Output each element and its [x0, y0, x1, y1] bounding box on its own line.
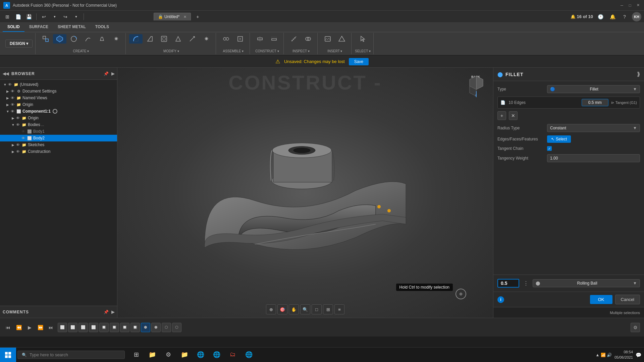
sweep-btn[interactable]	[81, 34, 95, 44]
chamfer-btn[interactable]	[143, 34, 157, 44]
draft-btn[interactable]	[171, 34, 185, 44]
rigid-group-btn[interactable]	[233, 34, 247, 44]
loft-btn[interactable]	[95, 34, 109, 44]
file-tab[interactable]: 🔒 Untitled* ✕	[154, 13, 191, 20]
tangent-chain-checkbox-container[interactable]: ✓	[547, 146, 552, 151]
remove-edge-button[interactable]: ✕	[509, 111, 518, 120]
tree-item-sketches[interactable]: ▶ 👁 📁 Sketches	[0, 141, 117, 148]
view-cube-btn[interactable]: □	[312, 304, 322, 314]
expand-icon-component1[interactable]: ▼	[5, 109, 10, 114]
tree-item-named-views[interactable]: ▶ 👁 📁 Named Views	[0, 95, 117, 101]
viewport[interactable]: CONSTRUCT -	[117, 68, 493, 318]
explorer-button[interactable]: 📁	[145, 348, 160, 362]
modify-label[interactable]: MODIFY ▾	[163, 49, 179, 53]
maximize-button[interactable]: □	[627, 3, 633, 8]
add-edge-button[interactable]: +	[497, 111, 506, 120]
visibility-origin-root[interactable]: 👁	[11, 103, 14, 107]
compass-icon[interactable]: ⊕	[455, 289, 466, 299]
user-avatar[interactable]: KH	[632, 12, 641, 21]
timeline-item-7[interactable]: 🔲	[130, 323, 140, 332]
joint-btn[interactable]	[219, 34, 233, 44]
settings-button[interactable]: ⚙	[161, 348, 176, 362]
comments-pin-icon[interactable]: 📌	[104, 310, 109, 314]
tab-tools[interactable]: TOOLS	[91, 22, 114, 32]
assemble-label[interactable]: ASSEMBLE ▾	[223, 49, 244, 53]
close-button[interactable]: ✕	[635, 3, 641, 8]
browser-pin-icon[interactable]: 📌	[104, 71, 109, 76]
tab-surface[interactable]: SURFACE	[24, 22, 53, 32]
create-label[interactable]: CREATE ▾	[73, 49, 89, 53]
timeline-item-2[interactable]: ⬜	[78, 323, 88, 332]
notification-area-icon[interactable]: 💬	[636, 352, 641, 358]
expand-icon-construction[interactable]: ▶	[11, 149, 15, 154]
timeline-settings-button[interactable]: ⚙	[631, 323, 640, 332]
more-options-button[interactable]: ⋮	[522, 280, 530, 287]
taskbar-search[interactable]: 🔍 Type here to search	[17, 351, 125, 359]
visibility-named-views[interactable]: 👁	[11, 96, 14, 100]
timeline-item-4[interactable]: 🔲	[99, 323, 109, 332]
inspect-label[interactable]: INSPECT ▾	[292, 49, 310, 53]
info-button[interactable]: i	[497, 296, 504, 303]
tree-item-body1[interactable]: 👁 ⬜ Body1	[0, 128, 117, 135]
insert-mesh-btn[interactable]	[335, 34, 348, 44]
timeline-item-11[interactable]: ⬡	[172, 323, 181, 332]
redo-button[interactable]: ↪	[61, 12, 70, 21]
construct-label[interactable]: CONSTRUCT ▾	[255, 49, 279, 53]
timeline-item-0[interactable]: ⬜	[58, 323, 67, 332]
save-notification-button[interactable]: Save	[349, 58, 369, 65]
expand-icon-origin-root[interactable]: ▶	[5, 102, 10, 107]
shell-btn[interactable]	[157, 34, 171, 44]
browser-expand-icon[interactable]: ▶	[111, 71, 114, 76]
nav-cube[interactable]: BACK Z	[463, 71, 490, 98]
tangency-weight-value[interactable]: 1.00	[547, 154, 640, 162]
tab-solid[interactable]: SOLID	[3, 22, 24, 32]
edge-mm-value[interactable]: 0.5 mm	[582, 99, 608, 106]
visibility-bodies[interactable]: 👁	[16, 123, 20, 127]
timeline-end-btn[interactable]: ⏭	[47, 323, 55, 331]
radius-type-dropdown[interactable]: Constant ▼	[547, 124, 640, 132]
revolve-btn[interactable]	[67, 34, 80, 44]
save-button[interactable]: 💾	[24, 12, 34, 21]
file-close-icon[interactable]: ✕	[183, 15, 186, 19]
insert-image-btn[interactable]	[321, 34, 334, 44]
extrude-btn[interactable]	[53, 34, 66, 44]
file-manager-button[interactable]: 📁	[177, 348, 192, 362]
redo-dropdown-button[interactable]: ▼	[71, 12, 81, 21]
tab-sheet-metal[interactable]: SHEET METAL	[53, 22, 91, 32]
timeline-item-5[interactable]: 🔲	[110, 323, 119, 332]
cancel-button[interactable]: Cancel	[615, 295, 640, 304]
timeline-item-6[interactable]: 🔲	[120, 323, 129, 332]
timeline-item-1[interactable]: ⬜	[68, 323, 77, 332]
visibility-body2[interactable]: 👁	[21, 136, 25, 140]
tree-item-origin-root[interactable]: ▶ 👁 📁 Origin	[0, 101, 117, 108]
expand-icon-sketches[interactable]: ▶	[11, 142, 15, 147]
edge-button[interactable]: 🌐	[241, 348, 256, 362]
fillet-modify-btn[interactable]	[129, 34, 143, 44]
collapse-browser-icon[interactable]: ◀◀	[3, 71, 9, 76]
timeline-play-btn[interactable]: ▶	[25, 323, 34, 331]
select-btn[interactable]	[356, 34, 370, 44]
midplane-btn[interactable]	[253, 34, 267, 44]
expand-icon-doc-settings[interactable]: ▶	[5, 89, 10, 94]
measure-btn[interactable]	[287, 34, 301, 44]
timeline-item-3[interactable]: ⬜	[89, 323, 98, 332]
expand-icon-origin-comp[interactable]: ▶	[11, 116, 15, 120]
app-menu-button[interactable]: ⊞	[3, 12, 12, 21]
tree-item-construction[interactable]: ▶ 👁 📁 Construction	[0, 148, 117, 155]
app1-button[interactable]: 🗂	[225, 348, 240, 362]
new-tab-button[interactable]: +	[193, 12, 202, 21]
fillet-size-input[interactable]	[497, 279, 519, 288]
timeline-prev-btn[interactable]: ⏪	[15, 323, 23, 331]
visibility-doc-settings[interactable]: 👁	[11, 89, 14, 93]
tree-item-body2[interactable]: 👁 ⬜ Body2	[0, 135, 117, 141]
visibility-origin-comp[interactable]: 👁	[16, 116, 20, 120]
grid-btn[interactable]: ⊞	[323, 304, 333, 314]
browser-button[interactable]: 🌐	[193, 348, 208, 362]
design-dropdown[interactable]: DESIGN ▾	[3, 33, 36, 54]
expand-icon-named-views[interactable]: ▶	[5, 96, 10, 100]
tangent-chain-checkbox[interactable]: ✓	[547, 146, 552, 151]
visibility-sketches[interactable]: 👁	[16, 143, 20, 147]
visibility-component1[interactable]: 👁	[11, 109, 14, 113]
pan-btn[interactable]: ✋	[289, 304, 299, 314]
more-create-btn[interactable]: ✷	[109, 34, 123, 44]
